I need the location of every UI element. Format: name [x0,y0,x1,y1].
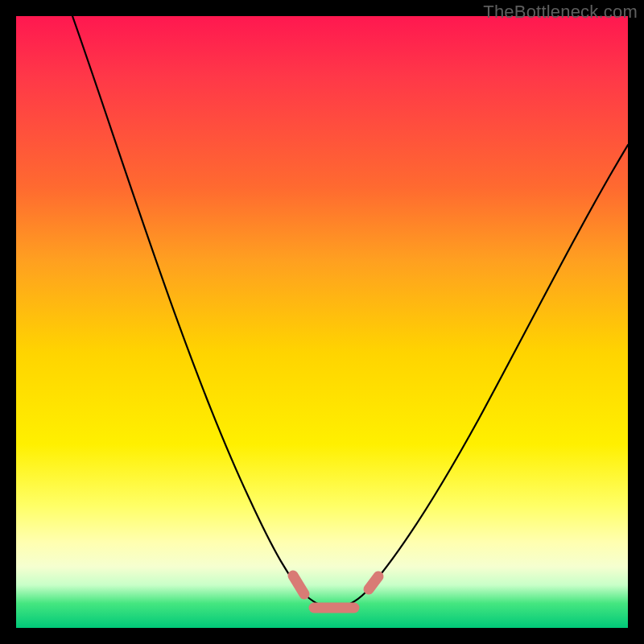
valley-marker-right [369,576,378,589]
chart-frame: TheBottleneck.com [0,0,644,644]
valley-marker-left [293,576,304,594]
bottleneck-curve-line [72,16,628,608]
watermark-text: TheBottleneck.com [483,2,638,23]
chart-plot-area [16,16,628,628]
chart-curve-layer [16,16,628,628]
valley-marker-group [293,576,378,608]
